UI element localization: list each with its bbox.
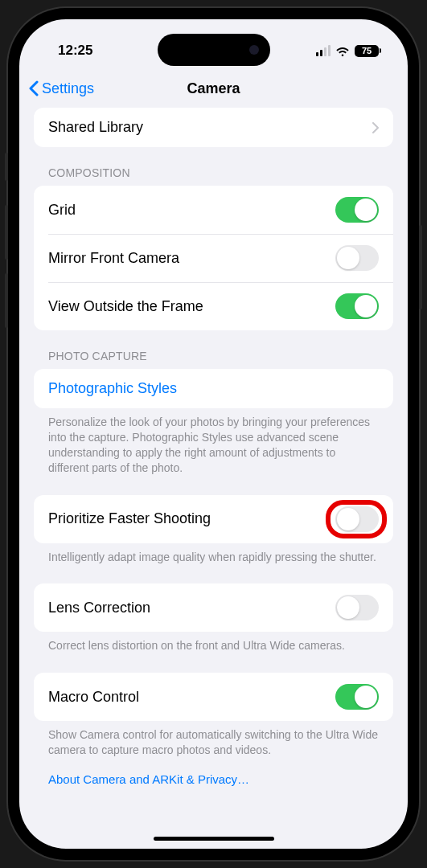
back-button[interactable]: Settings — [29, 80, 94, 97]
screen: 12:25 75 — [19, 19, 408, 849]
chevron-right-icon — [372, 122, 379, 133]
status-icons: 75 — [316, 45, 379, 57]
battery-level: 75 — [362, 46, 372, 55]
prioritize-group: Prioritize Faster Shooting — [34, 495, 393, 543]
lens-correction-toggle[interactable] — [335, 595, 379, 620]
macro-control-row: Macro Control — [34, 673, 393, 721]
photographic-styles-footer: Personalize the look of your photos by b… — [34, 408, 393, 476]
prioritize-label: Prioritize Faster Shooting — [48, 510, 211, 527]
grid-label: Grid — [48, 202, 76, 219]
mirror-front-camera-row: Mirror Front Camera — [34, 234, 393, 282]
prioritize-footer: Intelligently adapt image quality when r… — [34, 543, 393, 565]
composition-group: Grid Mirror Front Camera View Outside th… — [34, 186, 393, 330]
privacy-link[interactable]: About Camera and ARKit & Privacy… — [34, 758, 393, 800]
prioritize-toggle[interactable] — [335, 506, 379, 532]
cellular-icon — [316, 45, 331, 56]
lens-correction-label: Lens Correction — [48, 600, 150, 616]
mirror-toggle[interactable] — [335, 245, 379, 271]
lens-correction-footer: Correct lens distortion on the front and… — [34, 632, 393, 653]
macro-control-toggle[interactable] — [335, 684, 379, 710]
outside-frame-row: View Outside the Frame — [34, 282, 393, 330]
photographic-styles-row[interactable]: Photographic Styles — [34, 369, 393, 408]
page-title: Camera — [187, 80, 240, 97]
battery-icon: 75 — [355, 45, 379, 57]
outside-frame-toggle[interactable] — [335, 293, 379, 319]
composition-header: COMPOSITION — [34, 147, 393, 186]
lens-correction-group: Lens Correction — [34, 583, 393, 632]
nav-bar: Settings Camera — [19, 69, 408, 108]
photo-capture-header: PHOTO CAPTURE — [34, 330, 393, 369]
home-indicator[interactable] — [154, 837, 274, 841]
shared-library-label: Shared Library — [48, 119, 143, 136]
status-time: 12:25 — [58, 43, 92, 59]
photographic-styles-group: Photographic Styles — [34, 369, 393, 408]
side-button — [5, 205, 8, 260]
macro-control-footer: Show Camera control for automatically sw… — [34, 721, 393, 758]
grid-row: Grid — [34, 186, 393, 234]
shared-library-row[interactable]: Shared Library — [34, 108, 393, 147]
outside-frame-label: View Outside the Frame — [48, 298, 203, 315]
photographic-styles-label: Photographic Styles — [48, 380, 177, 397]
mirror-label: Mirror Front Camera — [48, 250, 179, 267]
shared-library-group: Shared Library — [34, 108, 393, 147]
lens-correction-row: Lens Correction — [34, 583, 393, 632]
grid-toggle[interactable] — [335, 197, 379, 223]
chevron-left-icon — [29, 80, 39, 96]
settings-content[interactable]: Shared Library COMPOSITION Grid Mirror F… — [19, 108, 408, 826]
back-label: Settings — [42, 80, 94, 97]
side-button — [5, 273, 8, 328]
wifi-icon — [335, 45, 350, 56]
prioritize-faster-shooting-row: Prioritize Faster Shooting — [34, 495, 393, 543]
dynamic-island — [158, 34, 270, 66]
macro-control-group: Macro Control — [34, 673, 393, 721]
side-button — [5, 153, 8, 181]
phone-frame: 12:25 75 — [8, 8, 419, 860]
macro-control-label: Macro Control — [48, 689, 139, 706]
side-button — [419, 225, 422, 309]
